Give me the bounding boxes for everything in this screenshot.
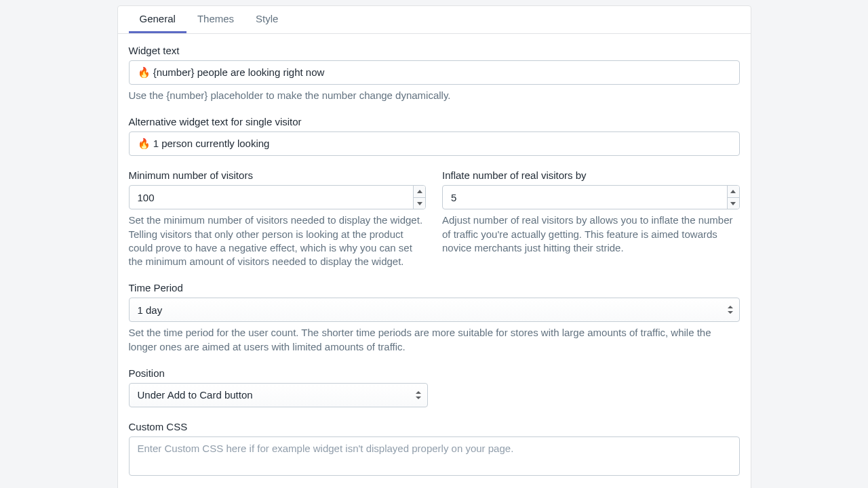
inflate-input[interactable] — [442, 185, 740, 209]
position-select[interactable] — [129, 383, 428, 407]
inflate-up[interactable] — [728, 186, 739, 198]
field-inflate: Inflate number of real visitors by Adjus… — [442, 169, 740, 268]
tab-style[interactable]: Style — [245, 6, 289, 33]
field-custom-css: Custom CSS — [129, 421, 740, 479]
chevron-down-icon — [730, 202, 736, 205]
inflate-help: Adjust number of real visitors by allows… — [442, 214, 740, 255]
chevron-down-icon — [417, 202, 422, 205]
inflate-stepper — [727, 186, 739, 209]
widget-text-input[interactable] — [129, 60, 740, 85]
row-visitors: Minimum number of visitors Set the minim… — [129, 169, 740, 268]
tabs-bar: General Themes Style — [118, 6, 751, 34]
tab-themes[interactable]: Themes — [186, 6, 245, 33]
inflate-down[interactable] — [728, 198, 739, 209]
widget-text-help: Use the {number} placeholder to make the… — [129, 89, 740, 102]
field-widget-text: Widget text Use the {number} placeholder… — [129, 45, 740, 102]
time-period-label: Time Period — [129, 282, 740, 293]
tab-general[interactable]: General — [129, 6, 186, 33]
custom-css-textarea[interactable] — [129, 436, 740, 476]
field-alt-text: Alternative widget text for single visit… — [129, 116, 740, 156]
min-visitors-stepper — [413, 186, 425, 209]
min-visitors-input[interactable] — [129, 185, 427, 209]
inflate-label: Inflate number of real visitors by — [442, 169, 740, 181]
field-position: Position — [129, 367, 740, 407]
min-visitors-down[interactable] — [414, 198, 425, 209]
field-min-visitors: Minimum number of visitors Set the minim… — [129, 169, 427, 268]
time-period-select[interactable] — [129, 298, 740, 322]
chevron-up-icon — [730, 190, 736, 193]
min-visitors-up[interactable] — [414, 186, 425, 198]
tab-content: Widget text Use the {number} placeholder… — [118, 34, 751, 488]
alt-text-label: Alternative widget text for single visit… — [129, 116, 740, 127]
alt-text-input[interactable] — [129, 131, 740, 156]
chevron-up-icon — [417, 190, 422, 193]
field-time-period: Time Period Set the time period for the … — [129, 282, 740, 354]
min-visitors-help: Set the minimum number of visitors neede… — [129, 214, 427, 268]
settings-panel: General Themes Style Widget text Use the… — [117, 5, 751, 488]
custom-css-label: Custom CSS — [129, 421, 740, 432]
min-visitors-label: Minimum number of visitors — [129, 169, 427, 181]
position-label: Position — [129, 367, 740, 379]
time-period-help: Set the time period for the user count. … — [129, 326, 740, 354]
widget-text-label: Widget text — [129, 45, 740, 56]
